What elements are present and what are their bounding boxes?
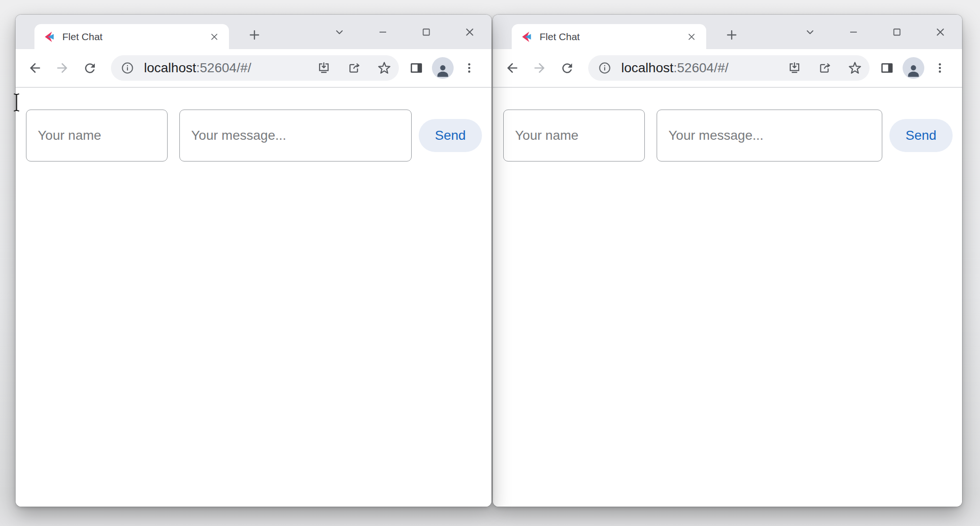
browser-tab[interactable]: Flet Chat (512, 24, 706, 49)
tab-title: Flet Chat (62, 31, 206, 42)
install-app-button[interactable] (784, 57, 805, 79)
browser-window-left: Flet Chat localhost:52604/#/ (16, 15, 491, 507)
site-info-icon[interactable] (120, 61, 135, 75)
kebab-menu-icon (933, 61, 946, 75)
chevron-down-icon (804, 26, 816, 38)
chevron-down-icon (333, 26, 346, 38)
tab-close-button[interactable] (206, 29, 222, 45)
url-path: :52604/#/ (674, 60, 729, 75)
share-button[interactable] (343, 57, 365, 79)
forward-icon (55, 60, 70, 76)
profile-button[interactable] (903, 57, 924, 79)
back-button[interactable] (500, 56, 524, 80)
forward-button[interactable] (528, 56, 551, 80)
bookmark-button[interactable] (373, 57, 395, 79)
reload-icon (560, 61, 574, 76)
window-titlebar[interactable]: Flet Chat (493, 15, 962, 49)
tab-search-button[interactable] (788, 15, 832, 49)
close-icon (686, 32, 697, 42)
reload-button[interactable] (555, 56, 579, 80)
address-bar[interactable]: localhost:52604/#/ (111, 55, 399, 81)
name-input[interactable] (26, 110, 168, 161)
browser-window-right: Flet Chat localhost:52604/#/ (493, 15, 962, 507)
browser-toolbar: localhost:52604/#/ (16, 49, 491, 88)
kebab-menu-icon (463, 61, 476, 75)
menu-button[interactable] (928, 56, 952, 80)
maximize-button[interactable] (405, 15, 448, 49)
minimize-icon (377, 26, 389, 38)
back-icon (27, 60, 42, 76)
url-host: localhost (144, 60, 196, 75)
share-button[interactable] (814, 57, 836, 79)
send-button[interactable]: Send (889, 119, 953, 152)
back-button[interactable] (23, 56, 47, 80)
install-app-button[interactable] (313, 57, 335, 79)
window-titlebar[interactable]: Flet Chat (16, 15, 491, 49)
person-icon (905, 62, 922, 79)
side-panel-icon (409, 61, 423, 75)
page-content: Send (16, 88, 491, 507)
menu-button[interactable] (457, 56, 481, 80)
message-input[interactable] (657, 110, 882, 161)
flet-logo-icon (520, 31, 532, 43)
minimize-button[interactable] (361, 15, 405, 49)
flet-logo-icon (43, 31, 55, 43)
tab-close-button[interactable] (684, 29, 700, 45)
side-panel-button[interactable] (405, 56, 428, 80)
name-input[interactable] (503, 110, 645, 161)
tab-title: Flet Chat (540, 31, 684, 42)
page-content: Send (493, 88, 962, 507)
side-panel-button[interactable] (875, 56, 899, 80)
url-path: :52604/#/ (196, 60, 252, 75)
chat-form: Send (26, 110, 482, 161)
text-cursor (11, 92, 22, 113)
person-icon (434, 62, 451, 79)
side-panel-icon (880, 61, 894, 75)
star-icon (377, 60, 392, 76)
reload-button[interactable] (78, 56, 101, 80)
maximize-icon (420, 26, 432, 38)
browser-tab[interactable]: Flet Chat (34, 24, 229, 49)
url-host: localhost (621, 60, 674, 75)
share-icon (347, 61, 361, 75)
new-tab-button[interactable] (243, 24, 266, 46)
browser-toolbar: localhost:52604/#/ (493, 49, 962, 88)
install-icon (787, 61, 802, 75)
star-icon (847, 60, 862, 76)
minimize-button[interactable] (832, 15, 875, 49)
chat-form: Send (503, 110, 953, 161)
maximize-icon (891, 26, 903, 38)
new-tab-button[interactable] (720, 24, 743, 46)
window-close-button[interactable] (448, 15, 491, 49)
address-bar[interactable]: localhost:52604/#/ (588, 55, 870, 81)
reload-icon (83, 61, 97, 76)
close-icon (464, 26, 476, 38)
url-text: localhost:52604/#/ (144, 60, 304, 76)
close-icon (934, 26, 946, 38)
maximize-button[interactable] (875, 15, 919, 49)
plus-icon (725, 28, 738, 42)
window-close-button[interactable] (919, 15, 962, 49)
forward-icon (532, 60, 547, 76)
close-icon (209, 32, 220, 42)
url-text: localhost:52604/#/ (621, 60, 775, 76)
window-controls (318, 15, 491, 49)
plus-icon (248, 28, 261, 42)
window-controls (788, 15, 962, 49)
back-icon (505, 60, 520, 76)
forward-button[interactable] (51, 56, 74, 80)
minimize-icon (847, 26, 860, 38)
share-icon (818, 61, 832, 75)
send-button[interactable]: Send (419, 119, 482, 152)
bookmark-button[interactable] (844, 57, 866, 79)
install-icon (317, 61, 331, 75)
profile-button[interactable] (432, 57, 454, 79)
site-info-icon[interactable] (598, 61, 612, 75)
message-input[interactable] (179, 110, 412, 161)
tab-search-button[interactable] (318, 15, 361, 49)
